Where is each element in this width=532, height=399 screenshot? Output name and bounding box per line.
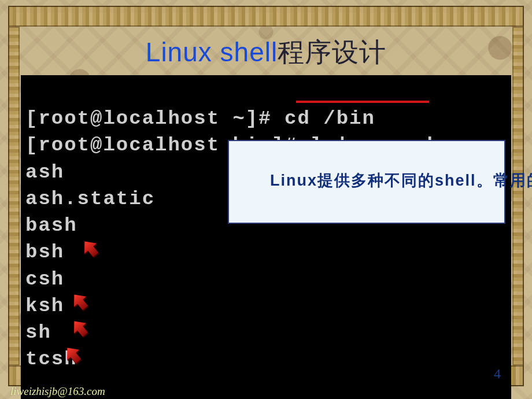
slide-content: Linux shell程序设计 [root@localhost ~]# cd /… <box>20 27 512 365</box>
callout-text: Linux提供多种不同的shell。常用的有Bourne shell(简称sh)… <box>270 172 532 189</box>
arrow-icon <box>80 185 101 205</box>
terminal-screenshot: [root@localhost ~]# cd /bin [root@localh… <box>21 75 511 399</box>
terminal-line: ksh <box>25 295 64 317</box>
title-latin: Linux shell <box>146 37 278 67</box>
slide-title: Linux shell程序设计 <box>20 35 512 71</box>
title-cjk: 程序设计 <box>278 38 386 67</box>
arrow-icon <box>69 265 90 285</box>
arrow-icon <box>62 291 83 311</box>
terminal-line: bsh <box>25 241 64 263</box>
terminal-line: [root@localhost ~]# cd /bin <box>25 108 375 130</box>
terminal-line: ash <box>25 161 64 183</box>
arrow-icon <box>69 238 90 258</box>
terminal-line: sh <box>25 322 51 343</box>
info-callout: Linux提供多种不同的shell。常用的有Bourne shell(简称sh)… <box>228 140 505 224</box>
terminal-line: csh <box>25 268 64 290</box>
red-underline <box>296 101 429 103</box>
terminal-line: bash <box>25 215 77 237</box>
page-number: 4 <box>494 366 501 382</box>
footer-email: liweizhisjb@163.com <box>10 385 105 398</box>
